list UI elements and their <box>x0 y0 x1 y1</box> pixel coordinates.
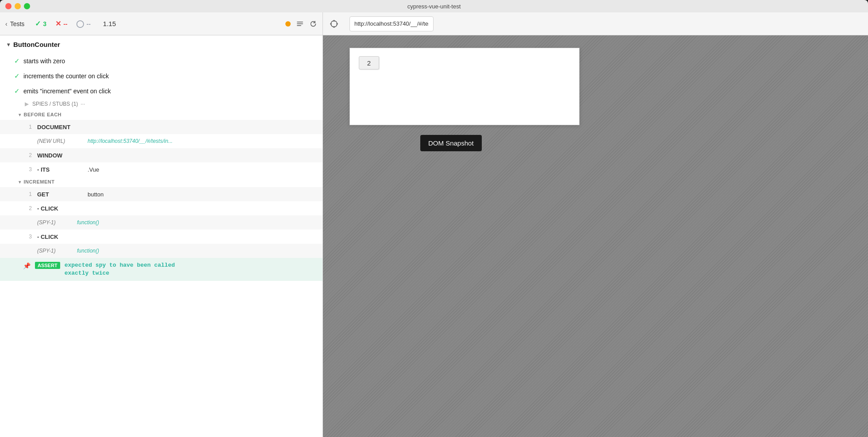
title-bar: cypress-vue-unit-test <box>0 0 868 12</box>
increment-chevron-icon: ▾ <box>19 180 21 184</box>
preview-box: 2 <box>350 48 580 125</box>
cmd-row-spy2: (SPY-1) function() <box>0 244 323 258</box>
back-chevron-icon: ‹ <box>5 20 8 27</box>
cmd-num-click1: 2 <box>23 205 32 211</box>
url-bar-container[interactable] <box>350 16 434 31</box>
before-each-header: ▾ BEFORE EACH <box>0 109 323 120</box>
cmd-row-click2: 3 - CLICK <box>0 230 323 244</box>
back-label: Tests <box>10 20 25 27</box>
svg-point-3 <box>331 21 337 27</box>
test-label-1: starts with zero <box>23 58 65 65</box>
spies-stubs-label: SPIES / STUBS (1) <box>32 101 78 107</box>
pass-check-icon: ✓ <box>35 19 41 28</box>
toolbar: ‹ Tests ✓ 3 ✕ -- ◯ -- 1.15 <box>0 12 868 35</box>
cmd-row-new-url: (NEW URL) http://localhost:53740/__/#/te… <box>0 134 323 148</box>
toolbar-left: ‹ Tests ✓ 3 ✕ -- ◯ -- 1.15 <box>0 12 323 35</box>
traffic-lights <box>5 3 30 9</box>
cmd-num-get: 1 <box>23 191 32 197</box>
minimize-button[interactable] <box>15 3 21 9</box>
dom-snapshot-tooltip[interactable]: DOM Snapshot <box>420 135 482 151</box>
test-item-2[interactable]: ✓ increments the counter on click <box>0 69 323 84</box>
suite-name: ButtonCounter <box>13 41 60 48</box>
svg-rect-2 <box>297 25 301 26</box>
cmd-num-click2: 3 <box>23 234 32 240</box>
pin-icon: 📌 <box>23 262 31 269</box>
test-item-1[interactable]: ✓ starts with zero <box>0 54 323 69</box>
reload-icon[interactable] <box>309 20 317 28</box>
spies-stubs-row: ▶ SPIES / STUBS (1) ··· <box>0 99 323 109</box>
pass-stat: ✓ 3 <box>35 19 46 28</box>
cmd-name-3: - ITS <box>37 166 86 173</box>
cmd-spy-label-2: (SPY-1) <box>37 248 77 254</box>
test-pass-icon-3: ✓ <box>14 87 20 95</box>
cmd-row-get: 1 GET button <box>0 187 323 201</box>
cmd-spy-value-1: function() <box>77 219 99 226</box>
cmd-row-1: 1 DOCUMENT <box>0 120 323 134</box>
cmd-spy-label-1: (SPY-1) <box>37 219 77 226</box>
cmd-row-2: 2 WINDOW <box>0 148 323 162</box>
status-dot-icon <box>285 21 291 27</box>
cmd-name-click1: - CLICK <box>37 205 86 212</box>
before-each-label: BEFORE EACH <box>24 112 62 117</box>
test-item-3[interactable]: ✓ emits "increment" event on click <box>0 84 323 99</box>
app-container: ‹ Tests ✓ 3 ✕ -- ◯ -- 1.15 <box>0 12 868 437</box>
increment-label: INCREMENT <box>24 179 55 184</box>
close-button[interactable] <box>5 3 12 9</box>
cmd-spy-value-2: function() <box>77 248 99 254</box>
increment-header: ▾ INCREMENT <box>0 176 323 187</box>
test-pass-icon-2: ✓ <box>14 72 20 80</box>
svg-rect-0 <box>297 22 303 23</box>
cmd-detail-new-url: http://localhost:53740/__/#/tests/in... <box>88 138 173 144</box>
cmd-detail-get: button <box>88 191 104 198</box>
cmd-name-2: WINDOW <box>37 152 86 159</box>
assert-badge: ASSERT <box>35 262 60 269</box>
pending-stat: ◯ -- <box>76 19 90 28</box>
url-input[interactable] <box>354 20 429 27</box>
pass-count: 3 <box>43 20 46 27</box>
pending-circle-icon: ◯ <box>76 19 84 28</box>
assert-row: 📌 ASSERT expected spy to have been calle… <box>0 258 323 281</box>
fail-x-icon: ✕ <box>55 19 61 28</box>
fail-stat: ✕ -- <box>55 19 67 28</box>
assert-text: expected spy to have been calledexactly … <box>65 261 175 277</box>
cmd-row-spy1: (SPY-1) function() <box>0 215 323 230</box>
crosshair-icon[interactable] <box>329 19 339 29</box>
cmd-name-get: GET <box>37 191 86 198</box>
maximize-button[interactable] <box>24 3 30 9</box>
left-panel: ▾ ButtonCounter ✓ starts with zero ✓ inc… <box>0 35 323 437</box>
suite-chevron-icon: ▾ <box>7 42 10 48</box>
cmd-row-click1: 2 - CLICK <box>0 201 323 215</box>
before-each-chevron-icon: ▾ <box>19 112 21 117</box>
test-pass-icon-1: ✓ <box>14 57 20 65</box>
cmd-name-new-url: (NEW URL) <box>37 138 86 144</box>
toolbar-right <box>323 16 444 31</box>
stats-group: ✓ 3 ✕ -- ◯ -- 1.15 <box>35 19 116 28</box>
test-label-3: emits "increment" event on click <box>23 88 111 95</box>
cmd-num-3: 3 <box>23 166 32 172</box>
cmd-num-2: 2 <box>23 152 32 158</box>
right-panel: 2 DOM Snapshot <box>323 35 868 437</box>
counter-value: 2 <box>367 59 371 67</box>
cmd-row-3: 3 - ITS .Vue <box>0 162 323 176</box>
cmd-num-1: 1 <box>23 124 32 130</box>
counter-button[interactable]: 2 <box>359 56 379 69</box>
cmd-name-1: DOCUMENT <box>37 124 86 130</box>
suite-header: ▾ ButtonCounter <box>0 35 323 54</box>
version-badge: 1.15 <box>103 20 116 27</box>
pending-count: -- <box>86 20 90 27</box>
fail-count: -- <box>63 20 67 27</box>
dom-snapshot-label: DOM Snapshot <box>428 139 474 147</box>
back-button[interactable]: ‹ Tests <box>5 20 24 27</box>
svg-rect-1 <box>297 23 303 24</box>
cmd-detail-3: .Vue <box>88 166 99 173</box>
spies-dots: ··· <box>81 101 85 107</box>
window-title: cypress-vue-unit-test <box>407 3 461 10</box>
log-icon[interactable] <box>296 20 304 28</box>
content-area: ▾ ButtonCounter ✓ starts with zero ✓ inc… <box>0 35 868 437</box>
cmd-name-click2: - CLICK <box>37 234 86 240</box>
test-label-2: increments the counter on click <box>23 73 109 80</box>
